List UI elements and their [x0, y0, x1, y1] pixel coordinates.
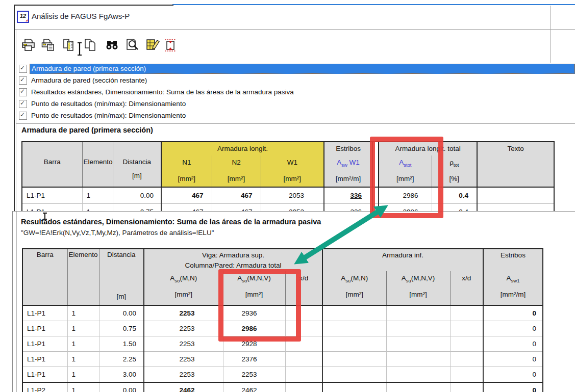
find-icon[interactable]: [105, 38, 119, 53]
table-cell: 0.00: [99, 305, 144, 321]
group-header-armadura-longit: Armadura longit.: [161, 142, 324, 155]
option-label: Punto de resultados (min/max): Dimension…: [30, 99, 189, 109]
table-cell: 0: [483, 367, 543, 382]
ibeam-cursor: [42, 212, 48, 222]
col-header-w1: W1: [261, 155, 324, 172]
window-title: Análisis de FAGUS FgAws-P: [32, 12, 130, 20]
unit-asw: [mm²/m]: [324, 172, 372, 187]
checkbox-checked-icon[interactable]: ✓: [19, 112, 27, 120]
table-cell: 2253: [144, 367, 223, 382]
table-cell: [322, 351, 386, 367]
col-header-texto: Texto: [477, 142, 554, 187]
table-cell: [477, 187, 554, 204]
table-row: L1-P112.25225323760: [22, 351, 543, 367]
table-row: L1-P110.00467467205333629860.4: [22, 187, 554, 204]
report-options-list: ✓ Armadura de pared (primera sección) ✓ …: [17, 63, 575, 121]
table-cell: [386, 336, 450, 351]
unit-asu-mnv: [mm²]: [386, 288, 450, 305]
table-cell: 336: [324, 187, 372, 204]
page-layout-icon[interactable]: [163, 38, 178, 53]
table-cell: [450, 367, 483, 382]
table-cell: L1-P1: [22, 367, 67, 382]
table-armadura-pared: Barra Elemento Distancia[m] Armadura lon…: [21, 141, 555, 221]
table-cell: [386, 382, 450, 392]
option-label: Armadura de pared (primera sección): [30, 64, 575, 74]
table-cell: [322, 382, 386, 392]
print-preview-icon[interactable]: [41, 38, 56, 53]
table-cell: 0: [483, 382, 543, 392]
table-cell: L1-P1: [22, 336, 67, 351]
edit-legend-icon[interactable]: [146, 38, 160, 53]
table-cell: [386, 305, 450, 321]
table-cell: L1-P2: [22, 382, 67, 392]
table-cell: 3.00: [99, 367, 144, 382]
table-cell: 0: [483, 351, 543, 367]
highlight-box-astot: [370, 137, 443, 218]
window-left-border: [14, 5, 15, 212]
copy-icon[interactable]: [84, 38, 98, 53]
report-option-punto-resultados-1[interactable]: ✓ Punto de resultados (min/max): Dimensi…: [17, 98, 575, 110]
table-cell: [285, 367, 322, 382]
table-cell: 0: [483, 321, 543, 336]
col-header-barra: Barra: [22, 249, 67, 305]
table-cell: L1-P1: [22, 305, 67, 321]
section1-heading: Armadura de pared (primera sección): [21, 126, 153, 134]
option-label: Armadura de pared (sección restante): [30, 76, 150, 85]
table-cell: [322, 305, 386, 321]
report-option-resultados-estandares[interactable]: ✓ Resultados estándares, Dimensionamient…: [17, 86, 575, 98]
table-cell: [450, 351, 483, 367]
report-option-armadura-primera[interactable]: ✓ Armadura de pared (primera sección): [17, 63, 575, 74]
unit-aso-mn: [mm²]: [144, 288, 223, 305]
option-label: Punto de resultados (min/max): Dimension…: [30, 111, 189, 120]
table-cell: 2.25: [99, 351, 144, 367]
table-cell: L1-P1: [22, 321, 67, 336]
table-cell: 0.00: [113, 187, 161, 204]
table-cell: 0: [483, 305, 543, 321]
title-separator: [15, 29, 575, 30]
table-cell: 2462: [223, 382, 285, 392]
table-cell: [322, 336, 386, 351]
table-cell: 1: [67, 321, 99, 336]
table-cell: 1.50: [99, 336, 144, 351]
table-cell: [285, 351, 322, 367]
checkbox-checked-icon[interactable]: ✓: [19, 88, 27, 96]
table-cell: [450, 321, 483, 336]
checkbox-checked-icon[interactable]: ✓: [19, 65, 27, 73]
table-cell: [386, 367, 450, 382]
back-window-top-border: [172, 4, 575, 5]
table-cell: 1: [67, 336, 99, 351]
col-header-asu-mnv: Asu(M,N,V): [386, 271, 450, 288]
table-cell: [450, 336, 483, 351]
copy-formatted-icon[interactable]: [62, 38, 77, 53]
content-left-border: [16, 29, 16, 211]
zoom-document-icon[interactable]: [126, 38, 140, 53]
col-header-distancia: Distancia[m]: [113, 142, 161, 187]
table-cell: [285, 382, 322, 392]
unit-n1: [mm²]: [161, 172, 212, 187]
report-option-armadura-restante[interactable]: ✓ Armadura de pared (sección restante): [17, 74, 575, 86]
col-header-elemento: Elemento: [82, 142, 113, 187]
col-header-asw-w1: Asw W1: [324, 155, 372, 172]
table-cell: 2253: [144, 336, 223, 351]
col-header-distancia: Distancia[m]: [99, 249, 144, 305]
table-cell: 1: [67, 367, 99, 382]
table-cell: 0.00: [99, 382, 144, 392]
unit-n2: [mm²]: [212, 172, 261, 187]
col-header-n2: N2: [212, 155, 261, 172]
group-header-estribos: Estribos: [324, 142, 372, 155]
checkbox-checked-icon[interactable]: ✓: [19, 76, 27, 85]
panel-right-border: [550, 6, 551, 63]
table-cell: 1: [67, 351, 99, 367]
group-header-viga-armadura-sup: Viga: Armadura sup.Columna/Pared: Armadu…: [144, 249, 322, 271]
window-top-border: [14, 5, 173, 6]
print-icon[interactable]: [21, 38, 36, 53]
checkbox-checked-icon[interactable]: ✓: [19, 100, 27, 108]
section2-parameters: "GW=!EA!Erk(N,Vy,Vz,T,My,Mz), Parámetros…: [21, 229, 214, 237]
highlight-box-aso-mnv: [218, 269, 301, 342]
text-cursor: [76, 42, 83, 58]
report-option-punto-resultados-2[interactable]: ✓ Punto de resultados (min/max): Dimensi…: [17, 110, 575, 121]
table-cell: 2053: [261, 187, 324, 204]
group-header-estribos: Estribos: [483, 249, 543, 271]
col-header-aso-mn: Aso(M,N): [144, 271, 223, 288]
unit-w1: [mm²]: [261, 172, 324, 187]
